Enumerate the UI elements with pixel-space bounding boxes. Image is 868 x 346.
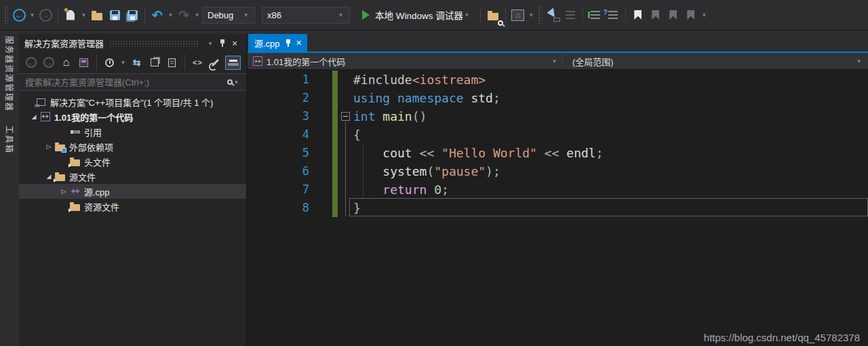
debugger-label: 本地 Windows 调试器 bbox=[375, 8, 463, 22]
change-tracking-bar bbox=[332, 144, 338, 162]
start-window-button[interactable]: ⌂ bbox=[510, 6, 526, 24]
code-line-5[interactable]: 5 cout << "Hello World" << endl; bbox=[248, 144, 868, 162]
save-button[interactable] bbox=[106, 6, 123, 24]
tree-item[interactable]: 头文件 bbox=[19, 154, 246, 169]
tree-item[interactable]: ▷++源.cpp bbox=[19, 184, 246, 199]
show-code-button[interactable]: <> bbox=[190, 55, 205, 71]
redo-icon: ↷ bbox=[178, 7, 189, 23]
uncomment-icon: ? bbox=[608, 11, 618, 19]
collapsed-arrow-icon[interactable]: ▷ bbox=[58, 188, 69, 195]
new-project-button[interactable] bbox=[62, 6, 79, 24]
preview-selected-items-toggle[interactable] bbox=[225, 55, 241, 71]
scope-dropdown[interactable]: (全局范围) bbox=[563, 53, 868, 69]
open-folder-icon bbox=[92, 13, 102, 20]
toggle-bookmark-button[interactable] bbox=[630, 6, 646, 24]
tab-server-explorer[interactable]: 服务器资源管理器 bbox=[4, 36, 16, 112]
copy-properties-button[interactable] bbox=[164, 55, 180, 71]
navigate-backward-dropdown[interactable] bbox=[28, 6, 36, 24]
code-text: { bbox=[353, 126, 361, 144]
find-in-files-button[interactable] bbox=[485, 6, 501, 24]
uncomment-button[interactable]: ? bbox=[605, 6, 621, 24]
collapsed-arrow-icon[interactable]: ▷ bbox=[43, 143, 54, 150]
collapse-all-button[interactable] bbox=[146, 55, 162, 71]
tab-source-cpp[interactable]: 源.cpp × bbox=[248, 34, 307, 52]
filter-dropdown[interactable] bbox=[119, 54, 127, 71]
code-line-3[interactable]: 3int main() bbox=[248, 107, 868, 126]
redo-dropdown[interactable] bbox=[193, 6, 201, 24]
folder-icon bbox=[488, 13, 498, 20]
pending-changes-filter-button[interactable] bbox=[102, 55, 117, 71]
code-text: cout << "Hello World" << endl; bbox=[353, 144, 604, 162]
gutter-spacer bbox=[309, 89, 332, 107]
properties-button[interactable] bbox=[208, 55, 223, 71]
solution-explorer-header[interactable]: 解决方案资源管理器 × bbox=[19, 34, 246, 52]
solution-configuration-combo[interactable]: Debug bbox=[202, 7, 255, 24]
new-project-dropdown[interactable] bbox=[80, 6, 87, 24]
next-bookmark-button[interactable] bbox=[665, 6, 682, 24]
undo-button[interactable]: ↶ bbox=[149, 6, 165, 24]
redo-button[interactable]: ↷ bbox=[176, 6, 192, 24]
select-pointer-button[interactable] bbox=[545, 6, 561, 24]
search-options-dropdown[interactable] bbox=[233, 73, 240, 91]
bookmarks-dropdown[interactable] bbox=[701, 6, 708, 24]
toolbar-grip[interactable] bbox=[4, 5, 8, 24]
code-line-1[interactable]: 1#include<iostream> bbox=[248, 71, 868, 89]
explorer-forward-button[interactable]: → bbox=[41, 55, 56, 71]
code-line-6[interactable]: 6 system("pause"); bbox=[248, 162, 868, 180]
frame-icon: ⌂ bbox=[511, 9, 524, 21]
close-tab-icon[interactable]: × bbox=[296, 38, 302, 47]
tab-toolbox[interactable]: 工具箱 bbox=[4, 126, 16, 154]
pin-tab-icon[interactable] bbox=[285, 39, 292, 47]
project-dropdown[interactable]: ++ 1.01我的第一个代码 bbox=[248, 53, 563, 69]
tree-item-label: 1.01我的第一个代码 bbox=[54, 111, 133, 123]
comment-button[interactable] bbox=[587, 6, 604, 24]
code-token: 0 bbox=[434, 182, 441, 197]
code-text: #include<iostream> bbox=[353, 71, 486, 89]
collapse-toggle-icon[interactable] bbox=[341, 112, 350, 121]
gutter-spacer bbox=[309, 71, 332, 89]
tree-item[interactable]: 资源文件 bbox=[19, 199, 246, 214]
tree-item[interactable]: 解决方案"C++项目集合"(1 个项目/共 1 个) bbox=[19, 94, 246, 109]
search-icon[interactable] bbox=[227, 79, 233, 85]
pin-panel-button[interactable] bbox=[216, 37, 229, 50]
start-window-dropdown[interactable] bbox=[528, 6, 535, 24]
open-file-button[interactable] bbox=[89, 6, 105, 24]
toolbar-grip[interactable] bbox=[538, 5, 542, 24]
sync-with-active-document-button[interactable]: ⇆ bbox=[129, 55, 144, 71]
code-line-2[interactable]: 2using namespace std; bbox=[248, 89, 868, 107]
solution-icon bbox=[35, 96, 47, 107]
debugger-dropdown[interactable] bbox=[463, 6, 471, 24]
change-tracking-bar bbox=[332, 71, 338, 89]
panel-drag-texture[interactable] bbox=[109, 40, 199, 47]
undo-dropdown[interactable] bbox=[167, 6, 174, 24]
navigate-backward-button[interactable]: ← bbox=[11, 6, 27, 24]
solution-platform-combo[interactable]: x86 bbox=[262, 7, 350, 24]
code-token: endl bbox=[566, 146, 595, 160]
navigate-forward-button[interactable]: → bbox=[37, 6, 54, 24]
tree-item-label: 头文件 bbox=[84, 155, 111, 168]
search-input[interactable] bbox=[25, 77, 227, 88]
start-debugging-button[interactable]: 本地 Windows 调试器 bbox=[357, 5, 476, 24]
code-editor[interactable]: 1#include<iostream>2using namespace std;… bbox=[248, 69, 868, 346]
expanded-arrow-icon[interactable]: ◢ bbox=[28, 113, 39, 120]
green-bar-icon bbox=[588, 12, 590, 18]
explorer-back-button[interactable]: ← bbox=[23, 55, 39, 71]
code-line-4[interactable]: 4{ bbox=[248, 126, 868, 144]
expanded-arrow-icon[interactable]: ◢ bbox=[43, 173, 54, 180]
window-position-dropdown[interactable] bbox=[204, 37, 216, 50]
code-token: using bbox=[353, 91, 390, 105]
document-outline-button[interactable] bbox=[562, 6, 578, 24]
tree-item[interactable]: ◢++1.01我的第一个代码 bbox=[19, 109, 246, 124]
save-all-button[interactable] bbox=[124, 6, 140, 24]
tree-item[interactable]: ◢源文件 bbox=[19, 169, 246, 184]
tree-item-label: 外部依赖项 bbox=[69, 140, 113, 153]
clear-bookmarks-button[interactable] bbox=[683, 6, 699, 24]
tree-item[interactable]: 引用 bbox=[19, 124, 246, 139]
previous-bookmark-button[interactable] bbox=[648, 6, 664, 24]
tree-item[interactable]: ▷外部依赖项 bbox=[19, 139, 246, 154]
close-panel-button[interactable]: × bbox=[229, 37, 241, 50]
explorer-home-button[interactable]: ⌂ bbox=[58, 55, 74, 71]
solution-explorer-toolbar: ← → ⌂ ⇆ <> bbox=[19, 52, 246, 73]
code-line-7[interactable]: 7 return 0; bbox=[248, 180, 868, 199]
switch-views-button[interactable] bbox=[76, 55, 92, 71]
